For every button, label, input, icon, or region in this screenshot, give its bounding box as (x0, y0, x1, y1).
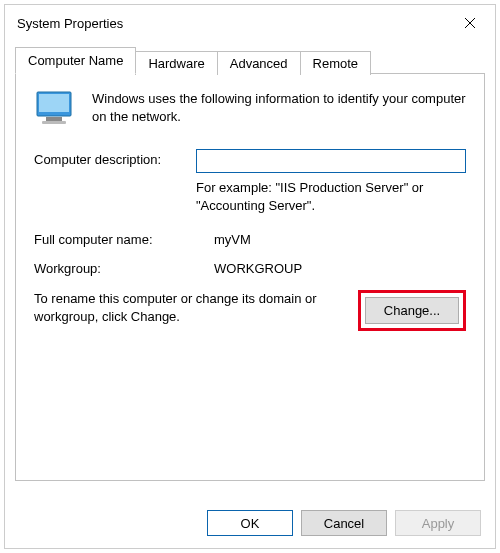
cancel-button[interactable]: Cancel (301, 510, 387, 536)
tabs-container: Computer Name Hardware Advanced Remote W… (5, 41, 495, 481)
computer-icon (34, 90, 78, 133)
workgroup-label: Workgroup: (34, 261, 214, 276)
window-title: System Properties (17, 16, 123, 31)
ok-button[interactable]: OK (207, 510, 293, 536)
tab-computer-name[interactable]: Computer Name (15, 47, 136, 74)
description-label: Computer description: (34, 149, 196, 167)
tab-hardware[interactable]: Hardware (135, 51, 217, 75)
description-input[interactable] (196, 149, 466, 173)
change-button-highlight: Change... (358, 290, 466, 331)
tab-remote[interactable]: Remote (300, 51, 372, 75)
svg-rect-4 (46, 117, 62, 121)
full-computer-name-row: Full computer name: myVM (34, 232, 466, 247)
dialog-footer: OK Cancel Apply (207, 510, 481, 536)
description-hint: For example: "IIS Production Server" or … (196, 179, 466, 214)
change-button[interactable]: Change... (365, 297, 459, 324)
intro-row: Windows uses the following information t… (34, 90, 466, 133)
intro-text: Windows uses the following information t… (92, 90, 466, 133)
full-computer-name-value: myVM (214, 232, 251, 247)
apply-button: Apply (395, 510, 481, 536)
tab-advanced[interactable]: Advanced (217, 51, 301, 75)
svg-rect-3 (39, 94, 69, 112)
description-row: Computer description: For example: "IIS … (34, 149, 466, 214)
titlebar: System Properties (5, 5, 495, 41)
svg-rect-5 (42, 121, 66, 124)
workgroup-value: WORKGROUP (214, 261, 302, 276)
rename-text: To rename this computer or change its do… (34, 290, 340, 325)
close-icon (464, 17, 476, 29)
rename-row: To rename this computer or change its do… (34, 290, 466, 331)
system-properties-window: System Properties Computer Name Hardware… (4, 4, 496, 549)
tab-panel-computer-name: Windows uses the following information t… (15, 73, 485, 481)
full-computer-name-label: Full computer name: (34, 232, 214, 247)
close-button[interactable] (455, 8, 485, 38)
workgroup-row: Workgroup: WORKGROUP (34, 261, 466, 276)
tabstrip: Computer Name Hardware Advanced Remote (15, 47, 485, 74)
